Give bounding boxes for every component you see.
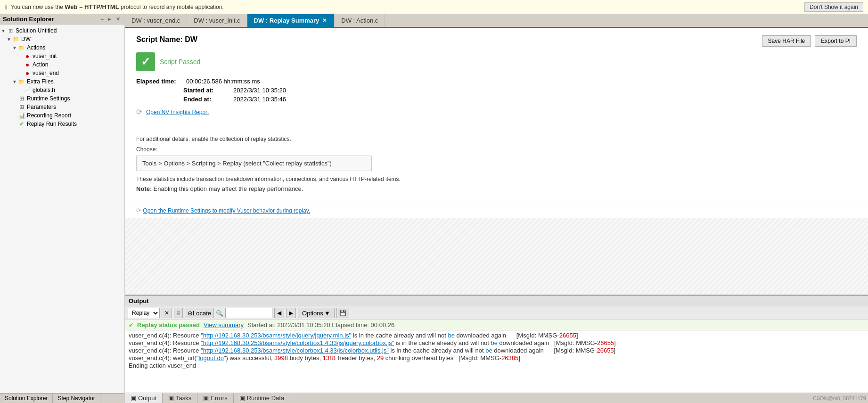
- output-log: vuser_end.c(4): Resource "http://192.168…: [125, 330, 868, 393]
- log-be-2: be: [491, 339, 497, 346]
- se-pin-button[interactable]: −: [99, 16, 105, 23]
- code-box-text: Tools > Options > Scripting > Replay (se…: [142, 160, 332, 167]
- tree-item-dw[interactable]: ▼ 📁 DW: [0, 35, 124, 43]
- log-line-2: vuser_end.c(4): Resource "http://192.168…: [129, 339, 864, 346]
- tab-vuser-init-label: DW : vuser_init.c: [194, 17, 240, 24]
- next-button[interactable]: ▶: [286, 308, 296, 318]
- script-header: Script Name: DW Save HAR File Export to …: [136, 35, 857, 47]
- solution-icon: ⊞: [7, 27, 14, 34]
- bottom-tab-tasks[interactable]: ▣ Tasks: [163, 393, 197, 403]
- expand-actions: ▼: [12, 45, 18, 50]
- output-tab-icon: ▣: [131, 395, 136, 402]
- runtime-settings-icon: ⊞: [18, 95, 25, 102]
- log-link-3[interactable]: "http://192.168.30.253/bsams/style/color…: [201, 347, 389, 354]
- actions-icon: 📁: [18, 44, 25, 51]
- expand-dw: ▼: [7, 37, 12, 42]
- bottom-tab-errors[interactable]: ▣ Errors: [197, 393, 233, 403]
- stats-section: For additional details, enable the colle…: [125, 128, 868, 203]
- tree-item-actions[interactable]: ▼ 📁 Actions: [0, 43, 124, 52]
- replay-run-results-label: Replay Run Results: [27, 121, 77, 127]
- recording-report-icon: 📊: [18, 112, 25, 119]
- dont-show-button[interactable]: Don't Show it again: [804, 2, 863, 12]
- output-dropdown[interactable]: Replay: [128, 308, 160, 318]
- log-link-4[interactable]: logout.do: [198, 354, 224, 362]
- elapsed-row: Elapsed time: 00:00:26.586 hh:mm:ss.ms: [136, 78, 857, 85]
- tab-replay-summary-close[interactable]: ✕: [321, 17, 328, 24]
- tree-item-extra-files[interactable]: ▼ 📁 Extra Files: [0, 77, 124, 86]
- ended-label: Ended at:: [183, 96, 230, 103]
- output-status-bar: ✔ Replay status passed View summary Star…: [125, 320, 868, 330]
- bottom-tab-output[interactable]: ▣ Output: [125, 393, 163, 403]
- solution-tree: ▼ ⊞ Solution Untitled ▼ 📁 DW ▼ 📁 Actions: [0, 25, 124, 403]
- tree-item-solution[interactable]: ▼ ⊞ Solution Untitled: [0, 26, 124, 35]
- errors-tab-icon: ▣: [203, 395, 209, 402]
- tasks-tab-label: Tasks: [176, 395, 191, 402]
- log-num-1: 26655: [559, 332, 576, 339]
- action-icon: ●: [24, 61, 31, 68]
- nv-insights-link[interactable]: Open NV Insights Report: [146, 109, 209, 115]
- output-label: Output: [129, 297, 149, 304]
- output-panel: Output Replay ✕ ≡ ⊕ Locate 🔍 ◀ ▶: [125, 295, 868, 403]
- search-input[interactable]: [225, 308, 272, 318]
- locate-label: Locate: [193, 310, 211, 317]
- tab-action[interactable]: DW : Action.c: [335, 14, 385, 27]
- tree-item-globals[interactable]: 📄 globals.h: [0, 86, 124, 94]
- export-to-button[interactable]: Export to PI: [815, 35, 857, 47]
- actions-label: Actions: [27, 44, 45, 51]
- bottom-tab-runtime-data[interactable]: ▣ Runtime Data: [234, 393, 290, 403]
- nav-bar: Solution Explorer Step Navigator: [0, 393, 124, 403]
- info-text: You can now use the Web – HTTP/HTML prot…: [11, 3, 801, 10]
- log-line-1: vuser_end.c(4): Resource "http://192.168…: [129, 332, 864, 339]
- stop-button[interactable]: ✕: [162, 308, 172, 318]
- tab-vuser-init[interactable]: DW : vuser_init.c: [187, 14, 247, 27]
- solution-explorer-panel: Solution Explorer − ▸ ✕ ▼ ⊞ Solution Unt…: [0, 14, 125, 403]
- nav-tab-step-navigator[interactable]: Step Navigator: [53, 394, 100, 403]
- action-label: Action: [33, 61, 48, 68]
- dw-icon: 📁: [12, 35, 20, 43]
- tree-item-parameters[interactable]: ⊞ Parameters: [0, 103, 124, 111]
- stats-description: These statistics include transaction bre…: [136, 176, 857, 182]
- stats-note: Note: Enabling this option may affect th…: [136, 185, 857, 192]
- nv-insights-spinner: ⟳: [136, 107, 142, 116]
- tree-item-action[interactable]: ● Action: [0, 60, 124, 69]
- globals-label: globals.h: [33, 87, 55, 93]
- log-num-2: 26655: [597, 339, 614, 346]
- tree-item-vuser-init[interactable]: ● vuser_init: [0, 52, 124, 60]
- se-dock-button[interactable]: ▸: [107, 16, 113, 23]
- locate-button[interactable]: ⊕ Locate: [185, 308, 214, 318]
- tree-item-recording-report[interactable]: 📊 Recording Report: [0, 111, 124, 120]
- bottom-tabs: ▣ Output ▣ Tasks ▣ Errors ▣ Runtime Data: [125, 393, 868, 403]
- output-header: Output: [125, 296, 868, 306]
- output-tab-label: Output: [138, 395, 156, 402]
- nv-insights-row: ⟳ Open NV Insights Report: [136, 107, 857, 116]
- note-text: Enabling this option may affect the repl…: [154, 185, 303, 192]
- tab-vuser-end[interactable]: DW : vuser_end.c: [125, 14, 187, 27]
- tree-item-runtime-settings[interactable]: ⊞ Runtime Settings: [0, 94, 124, 103]
- status-check-icon: ✔: [129, 322, 133, 329]
- prev-button[interactable]: ◀: [274, 308, 284, 318]
- script-name: DW: [185, 35, 197, 43]
- options-button[interactable]: Options ▼: [298, 308, 335, 318]
- tree-item-vuser-end[interactable]: ● vuser_end: [0, 69, 124, 77]
- tree-item-replay-run-results[interactable]: ✔ Replay Run Results: [0, 120, 124, 128]
- save-button[interactable]: 💾: [336, 308, 349, 318]
- log-link-2[interactable]: "http://192.168.30.253/bsams/style/color…: [201, 339, 394, 346]
- replay-summary-area: Script Name: DW Save HAR File Export to …: [125, 28, 868, 295]
- log-line-4: vuser_end.c(4): web_url("logout.do") was…: [129, 354, 864, 362]
- note-label: Note:: [136, 185, 152, 192]
- se-close-button[interactable]: ✕: [115, 16, 122, 23]
- elapsed-value: 00:00:26.586 hh:mm:ss.ms: [186, 78, 260, 85]
- started-value: 2022/3/31 10:35:20: [233, 87, 286, 94]
- watermark: CSDN@m0_58741179: [813, 395, 866, 401]
- view-summary-link[interactable]: View summary: [204, 321, 244, 329]
- wrap-button[interactable]: ≡: [174, 308, 183, 318]
- save-har-button[interactable]: Save HAR File: [762, 35, 811, 47]
- content-area: DW : vuser_end.c DW : vuser_init.c DW : …: [125, 14, 868, 403]
- tab-replay-summary[interactable]: DW : Replay Summary ✕: [247, 14, 335, 27]
- runtime-settings-link[interactable]: Open the Runtime Settings to modify Vuse…: [143, 207, 310, 214]
- locate-icon: ⊕: [188, 310, 193, 317]
- expand-extra-files: ▼: [12, 79, 18, 84]
- nav-tab-solution-explorer[interactable]: Solution Explorer: [0, 394, 53, 403]
- log-link-1[interactable]: "http://192.168.30.253/bsams/style/jquer…: [201, 332, 351, 339]
- runtime-link-icon: ⟳: [136, 207, 141, 214]
